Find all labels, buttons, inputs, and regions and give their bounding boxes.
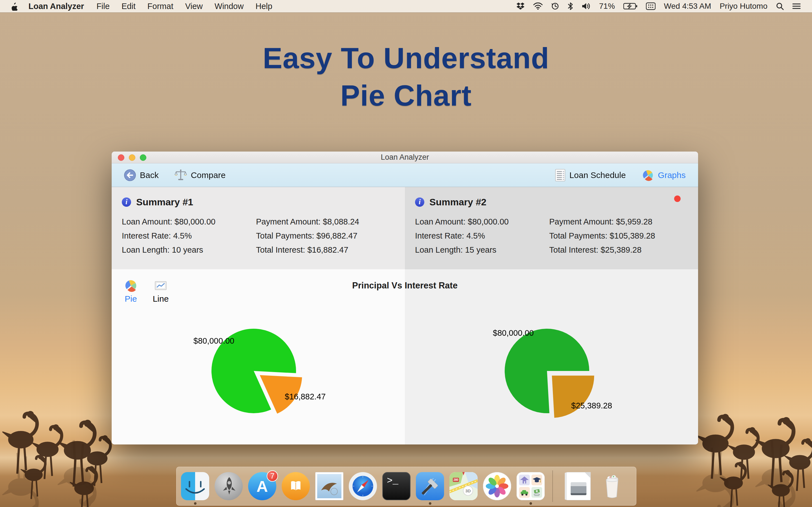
summary-2-panel: i Summary #2 Loan Amount: $80,000.00 Int… [405,187,698,269]
menubar-app-name[interactable]: Loan Analyzer [29,2,84,11]
loan-analyzer-app-icon [516,472,545,500]
line-button-icon [154,279,167,292]
chart-title: Principal Vs Interest Rate [112,281,698,291]
dock-item-maps[interactable]: 2803D [449,472,477,500]
close-button[interactable] [118,154,124,161]
terminal-icon: >_ [382,472,410,500]
back-icon [124,169,136,181]
compare-scales-icon [174,169,187,181]
dock-item-photos[interactable] [483,472,511,500]
books-icon [282,472,310,500]
pie-chart-button[interactable]: Pie [121,279,141,304]
pie1-interest-value-label: $16,882.47 [285,392,326,401]
summary-2-payment-amount: Payment Amount: $5,959.28 [549,218,683,226]
keyboard-viewer-icon[interactable] [646,2,656,10]
running-indicator [429,502,432,505]
loan-schedule-icon [555,169,565,181]
dock-item-safari[interactable] [349,472,377,500]
menu-bar: Loan Analyzer File Edit Format View Wind… [0,0,812,12]
menu-window[interactable]: Window [214,2,244,11]
menu-help[interactable]: Help [255,2,272,11]
graduation-cap-tile-icon [531,474,542,485]
menubar-clock[interactable]: Wed 4:53 AM [664,2,711,11]
menu-view[interactable]: View [185,2,203,11]
launchpad-icon [214,472,243,500]
back-button[interactable]: Back [124,169,159,181]
maps-shield-text: 280 [454,478,458,482]
summary-2-total-interest: Total Interest: $25,389.28 [549,246,683,254]
volume-icon[interactable] [581,2,591,10]
dock-item-launchpad[interactable] [214,472,243,500]
menu-format[interactable]: Format [147,2,173,11]
desktop-headline-line1: Easy To Understand [0,40,812,77]
dock-item-books[interactable] [282,472,310,500]
compare-label: Compare [191,170,225,180]
charts-section: Principal Vs Interest Rate Pie Line Prin… [112,269,698,445]
dock-item-trash[interactable] [598,472,626,500]
zoom-button[interactable] [140,154,146,161]
window-title-bar[interactable]: Loan Analyzer [112,152,698,163]
compare-button[interactable]: Compare [174,169,225,181]
recording-dot [674,195,680,202]
summary-1-loan-amount: Loan Amount: $80,000.00 [122,218,256,226]
chart-panel-2 [405,269,698,445]
house-tile-icon [519,474,530,485]
summary-2-total-payments: Total Payments: $105,389.28 [549,232,683,240]
graphs-label: Graphs [658,170,686,180]
mail-icon [315,472,343,500]
wifi-icon[interactable] [533,3,543,10]
loan-schedule-label: Loan Schedule [569,170,626,180]
dropbox-icon[interactable] [516,2,525,10]
summary-1-title: Summary #1 [136,196,193,208]
loan-analyzer-window: Loan Analyzer Back Compare Loan Schedule… [112,152,698,445]
loan-schedule-button[interactable]: Loan Schedule [555,169,626,181]
summary-2-loan-amount: Loan Amount: $80,000.00 [415,218,549,226]
photos-icon [483,472,511,500]
info-icon: i [415,198,424,207]
dock-item-terminal[interactable]: >_ [382,472,410,500]
summaries-section: i Summary #1 Loan Amount: $80,000.00 Int… [112,187,698,269]
dock-item-xcode[interactable] [416,472,444,500]
dock-item-disk-image[interactable] [564,472,593,500]
summary-2-title: Summary #2 [429,196,486,208]
summary-1-panel: i Summary #1 Loan Amount: $80,000.00 Int… [112,187,405,269]
pie1-principal-value-label: $80,000.00 [193,336,234,346]
graphs-button[interactable]: Graphs [642,169,686,181]
time-machine-icon[interactable] [551,2,559,10]
finder-icon [181,472,209,500]
money-hand-tile-icon [531,487,542,498]
menu-edit[interactable]: Edit [121,2,136,11]
spotlight-search-icon[interactable] [776,2,784,10]
info-icon: i [122,198,131,207]
xcode-icon [416,472,444,500]
pie2-interest-value-label: $25,389.28 [571,401,612,410]
window-title: Loan Analyzer [380,153,429,162]
window-toolbar: Back Compare Loan Schedule Graphs [112,163,698,187]
bluetooth-icon[interactable] [567,2,573,10]
desktop-headline: Easy To Understand Pie Chart [0,40,812,114]
line-chart-button[interactable]: Line [151,279,171,304]
notification-center-icon[interactable] [792,3,801,10]
menu-file[interactable]: File [96,2,110,11]
appstore-badge: 7 [267,470,278,482]
maps-3d-badge: 3D [465,489,470,493]
battery-icon[interactable] [623,3,638,10]
running-indicator [194,502,197,505]
pie-button-icon [124,279,138,292]
dock: A 7 >_ 2803D [176,467,637,506]
back-label: Back [140,170,159,180]
minimize-button[interactable] [129,154,135,161]
dock-item-loan-analyzer[interactable] [516,472,545,500]
summary-1-total-interest: Total Interest: $16,882.47 [256,246,390,254]
dock-divider [552,470,553,502]
dock-item-appstore[interactable]: A 7 [248,472,276,500]
menubar-user[interactable]: Priyo Hutomo [719,2,767,11]
apple-menu[interactable] [10,2,18,11]
summary-2-loan-length: Loan Length: 15 years [415,246,549,254]
desktop-headline-line2: Pie Chart [0,77,812,114]
pie2-principal-value-label: $80,000.00 [493,328,534,338]
safari-icon [349,472,377,500]
dock-item-finder[interactable] [181,472,209,500]
dock-item-mail[interactable] [315,472,343,500]
apple-icon [10,2,18,11]
